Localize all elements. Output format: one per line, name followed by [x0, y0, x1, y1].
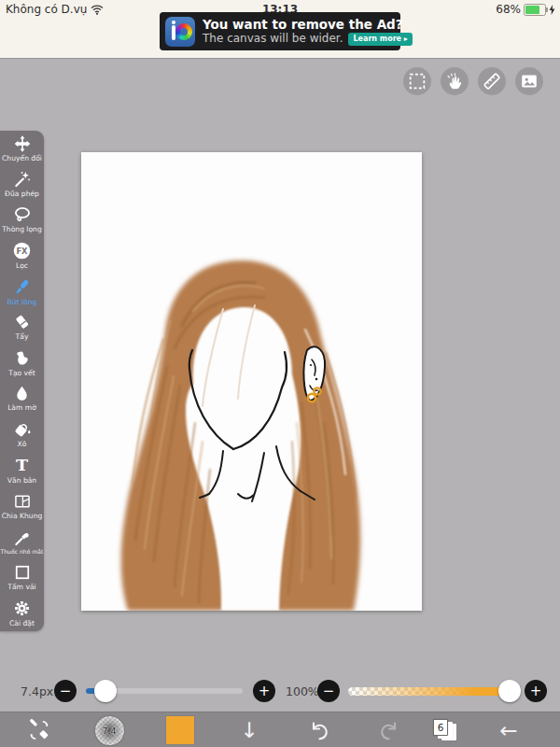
sidebar-item-transform[interactable]: Chuyển đổi — [0, 131, 44, 166]
smudge-icon — [13, 349, 32, 368]
brush-preview-icon: 7.4 — [95, 716, 124, 745]
sidebar-item-divide-frame[interactable]: Chia Khung — [0, 488, 44, 524]
artwork-portrait-sketch — [81, 152, 422, 611]
opacity-slider-thumb[interactable] — [498, 680, 521, 702]
sidebar-item-label: Bút lông — [7, 298, 37, 306]
ad-banner[interactable]: You want to remove the Ad? The canvas wi… — [160, 12, 400, 50]
import-image-icon — [519, 71, 539, 92]
swap-brush-eraser-button[interactable] — [25, 712, 53, 747]
undo-icon — [308, 719, 330, 741]
sidebar-item-settings[interactable]: Cài đặt — [0, 596, 44, 631]
hand-gesture-icon — [444, 71, 465, 92]
magic-wand-icon — [13, 170, 32, 189]
down-arrow-icon: ↓ — [240, 720, 258, 741]
brush-size-preview-value: 7.4 — [102, 726, 116, 736]
sidebar-item-smudge[interactable]: Tạo vết — [0, 345, 44, 381]
app-screen: Không có D.vụ 13:13 68% — [0, 0, 560, 747]
sidebar-item-label: Làm mờ — [7, 403, 36, 412]
sidebar-item-label: Thòng lọng — [2, 225, 42, 233]
sidebar-item-label: Tạo vết — [8, 369, 35, 377]
drawing-canvas[interactable] — [81, 152, 422, 611]
sidebar-item-eraser[interactable]: Tẩy — [0, 309, 44, 345]
expand-panel-button[interactable]: ↓ — [235, 712, 263, 747]
sidebar-item-label: Cài đặt — [9, 619, 35, 627]
tool-sidebar: Chuyển đổi Đũa phép Thòng lọng FX Lọc — [0, 131, 44, 631]
opacity-decrease-button[interactable]: − — [317, 680, 340, 702]
current-color-swatch — [166, 716, 194, 744]
redo-button[interactable] — [375, 712, 403, 747]
brush-size-value: 7.4px — [21, 684, 53, 698]
sidebar-item-label: Văn bản — [7, 476, 36, 485]
sidebar-item-magic-wand[interactable]: Đũa phép — [0, 166, 44, 202]
undo-button[interactable] — [305, 712, 333, 747]
fx-icon: FX — [12, 241, 32, 261]
eyedropper-icon — [13, 529, 32, 547]
battery-icon — [524, 4, 546, 16]
sidebar-item-filter[interactable]: FX Lọc — [0, 238, 44, 274]
layers-button[interactable]: 6 — [431, 712, 459, 747]
top-bar-region: Không có D.vụ 13:13 68% — [0, 0, 560, 59]
hand-gesture-button[interactable] — [441, 67, 469, 95]
charging-bolt-icon — [549, 5, 555, 15]
opacity-value: 100% — [286, 684, 319, 698]
bucket-icon — [13, 420, 32, 439]
swap-brush-eraser-icon — [27, 718, 51, 742]
sidebar-item-label: Thuốc nhỏ mắt — [1, 548, 44, 556]
import-image-button[interactable] — [515, 67, 543, 95]
svg-text:T: T — [16, 456, 28, 474]
ad-learn-more-button[interactable]: Learn more ▸ — [348, 33, 412, 46]
opacity-increase-button[interactable]: + — [525, 680, 547, 702]
sidebar-item-label: Đũa phép — [5, 190, 39, 198]
sidebar-item-label: Xô — [18, 440, 27, 448]
back-button[interactable]: ← — [495, 712, 523, 747]
selection-icon — [407, 71, 427, 92]
gear-icon — [12, 599, 32, 618]
sidebar-item-label: Tấm vải — [7, 583, 35, 591]
text-icon: T — [12, 456, 32, 475]
sidebar-item-label: Tẩy — [16, 332, 29, 341]
sidebar-item-bucket[interactable]: Xô — [0, 416, 44, 452]
brush-size-increase-button[interactable]: + — [253, 680, 275, 702]
brush-size-slider-thumb[interactable] — [94, 680, 117, 702]
back-arrow-icon: ← — [499, 720, 517, 741]
blur-drop-icon — [13, 385, 31, 402]
sidebar-item-text[interactable]: T Văn bản — [0, 453, 44, 488]
sidebar-item-blur[interactable]: Làm mờ — [0, 381, 44, 416]
sidebar-item-brush[interactable]: Bút lông — [0, 274, 44, 309]
opacity-slider[interactable] — [348, 687, 502, 696]
battery-percent-label: 68% — [496, 3, 521, 16]
move-icon — [13, 134, 32, 153]
lasso-icon — [13, 205, 32, 224]
layers-icon: 6 — [433, 719, 457, 741]
eraser-icon — [13, 313, 32, 331]
layers-count-badge: 6 — [433, 719, 448, 736]
sidebar-item-canvas[interactable]: Tấm vải — [0, 559, 44, 595]
sidebar-item-label: Chia Khung — [2, 512, 43, 520]
color-swatch-button[interactable] — [165, 712, 195, 747]
bottom-toolbar: 7.4 ↓ 6 — [0, 712, 560, 747]
redo-icon — [378, 719, 400, 741]
canvas-icon — [13, 563, 32, 582]
ad-subline: The canvas will be wider. — [203, 32, 343, 46]
svg-text:FX: FX — [16, 247, 28, 256]
divide-frame-icon — [13, 492, 32, 511]
sidebar-item-label: Chuyển đổi — [2, 154, 42, 162]
brush-icon — [12, 277, 32, 297]
sidebar-item-label: Lọc — [16, 261, 28, 270]
ruler-icon — [482, 71, 502, 92]
ruler-tool-button[interactable] — [478, 67, 506, 95]
ad-text: You want to remove the Ad? The canvas wi… — [203, 17, 413, 47]
brush-size-decrease-button[interactable]: − — [54, 680, 77, 702]
brush-preview-button[interactable]: 7.4 — [94, 712, 124, 747]
battery-status: 68% — [496, 3, 555, 16]
sidebar-item-eyedropper[interactable]: Thuốc nhỏ mắt — [0, 524, 44, 559]
selection-tool-button[interactable] — [403, 67, 431, 95]
sidebar-item-lasso[interactable]: Thòng lọng — [0, 203, 44, 238]
ibispaint-logo-icon — [165, 17, 195, 47]
ad-headline: You want to remove the Ad? — [203, 17, 413, 33]
